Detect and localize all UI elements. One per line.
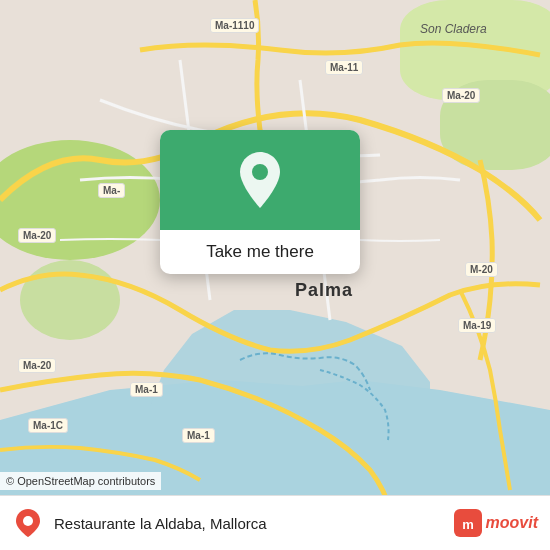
road-label-ma20-top: Ma-20 [442, 88, 480, 103]
svg-text:m: m [462, 517, 474, 532]
city-label-palma: Palma [295, 280, 353, 301]
road-label-ma1c: Ma-1C [28, 418, 68, 433]
son-cladera-label: Son Cladera [420, 22, 487, 36]
road-label-ma1-mid: Ma-1 [130, 382, 163, 397]
place-pin-icon [12, 507, 44, 539]
road-label-ma20-left: Ma-20 [18, 228, 56, 243]
action-card-bottom[interactable]: Take me there [160, 230, 360, 274]
action-card-top [160, 130, 360, 230]
location-pin-icon [234, 150, 286, 210]
road-label-ma11: Ma-11 [325, 60, 363, 75]
map-container: Ma-1110 Ma-11 Ma-20 Ma-20 Ma-20 Ma-1C Ma… [0, 0, 550, 550]
road-label-ma1-right: Ma-1 [182, 428, 215, 443]
road-label-ma20-bottom: Ma-20 [18, 358, 56, 373]
svg-point-0 [252, 164, 268, 180]
osm-attribution: © OpenStreetMap contributors [0, 472, 161, 490]
action-card: Take me there [160, 130, 360, 274]
moovit-logo: m moovit [454, 509, 538, 537]
road-label-ma1110: Ma-1110 [210, 18, 259, 33]
bottom-bar: Restaurante la Aldaba, Mallorca m moovit [0, 495, 550, 550]
road-label-m20: M-20 [465, 262, 498, 277]
road-label-ma19: Ma-19 [458, 318, 496, 333]
road-label-ma: Ma- [98, 183, 125, 198]
map-background: Ma-1110 Ma-11 Ma-20 Ma-20 Ma-20 Ma-1C Ma… [0, 0, 550, 550]
moovit-text: moovit [486, 514, 538, 532]
place-name-label: Restaurante la Aldaba, Mallorca [54, 515, 454, 532]
moovit-logo-icon: m [454, 509, 482, 537]
svg-point-1 [23, 516, 33, 526]
take-me-there-button[interactable]: Take me there [206, 242, 314, 261]
